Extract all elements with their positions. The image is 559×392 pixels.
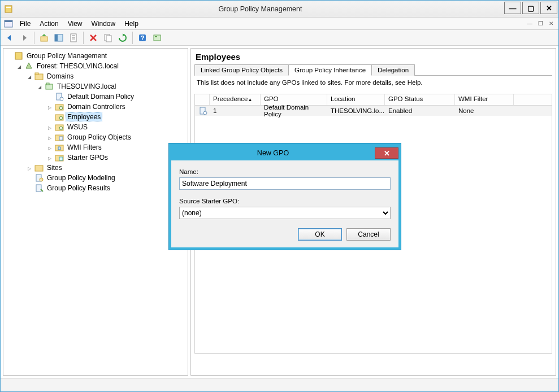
svg-point-25 <box>59 106 63 110</box>
ou-icon <box>55 102 64 111</box>
tree-wmi-label: WMI Filters <box>66 143 103 152</box>
ou-icon <box>55 112 64 121</box>
tree-domains-label: Domains <box>45 72 75 81</box>
tab-inheritance[interactable]: Group Policy Inheritance <box>288 64 372 76</box>
svg-rect-31 <box>59 137 63 140</box>
menu-window[interactable]: Window <box>87 19 120 29</box>
svg-point-29 <box>59 127 63 130</box>
cell-gpo: Default Domain Policy <box>261 103 327 118</box>
app-icon <box>4 5 13 14</box>
close-button[interactable]: ✕ <box>540 2 557 14</box>
tree-default-policy-label: Default Domain Policy <box>66 92 136 101</box>
mdi-close-icon[interactable]: ✕ <box>546 19 556 28</box>
menu-view[interactable]: View <box>63 19 87 29</box>
tree-domain[interactable]: THESOLVING.local <box>35 81 187 92</box>
ok-button[interactable]: OK <box>298 228 342 241</box>
sites-folder-icon <box>34 163 44 172</box>
tree-wsus[interactable]: WSUS <box>45 122 187 132</box>
refresh-button[interactable] <box>116 31 129 45</box>
gpo-folder-icon <box>55 133 64 142</box>
svg-rect-3 <box>5 20 12 22</box>
results-icon <box>34 184 44 193</box>
tab-delegation[interactable]: Delegation <box>371 64 415 76</box>
col-precedence[interactable]: Precedence▲ <box>210 94 261 105</box>
svg-rect-17 <box>15 53 22 59</box>
dialog-close-button[interactable]: ✕ <box>375 147 398 159</box>
grid-header: Precedence▲ GPO Location GPO Status WMI … <box>195 94 552 106</box>
maximize-button[interactable]: ▢ <box>522 2 539 14</box>
back-button[interactable] <box>3 31 16 45</box>
svg-point-27 <box>59 116 63 120</box>
svg-rect-34 <box>59 157 63 160</box>
menubar: File Action View Window Help — ❐ ✕ <box>1 18 558 30</box>
gp-settings-button[interactable] <box>150 31 164 45</box>
tree-modeling-label: Group Policy Modeling <box>45 173 117 182</box>
menu-action[interactable]: Action <box>35 19 63 29</box>
grid-row[interactable]: 1 Default Domain Policy THESOLVING.lo...… <box>195 106 552 116</box>
show-hide-tree-button[interactable] <box>52 31 66 45</box>
tree-root-label: Group Policy Management <box>25 51 109 60</box>
mdi-minimize-icon[interactable]: — <box>525 19 535 28</box>
new-gpo-dialog: New GPO ✕ Name: Source Starter GPO: (non… <box>168 143 401 250</box>
col-location[interactable]: Location <box>327 94 385 105</box>
cancel-button[interactable]: Cancel <box>346 228 391 241</box>
cell-precedence: 1 <box>210 107 261 115</box>
details-heading: Employees <box>196 52 551 62</box>
window-title: Group Policy Management <box>16 5 504 13</box>
tree-default-policy[interactable]: Default Domain Policy <box>45 92 187 102</box>
help-button[interactable]: ? <box>136 31 149 45</box>
dialog-titlebar[interactable]: New GPO ✕ <box>171 146 398 160</box>
svg-rect-12 <box>106 36 111 42</box>
starter-select[interactable]: (none) <box>179 207 391 219</box>
tree-forest[interactable]: Forest: THESOLVING.local <box>15 61 187 71</box>
wmi-icon <box>55 143 64 152</box>
tree-gpo-container[interactable]: Group Policy Objects <box>45 132 187 142</box>
starter-gpo-icon <box>55 153 64 162</box>
mdi-restore-icon[interactable]: ❐ <box>535 19 545 28</box>
tree-root[interactable]: Group Policy Management <box>5 51 187 61</box>
sort-asc-icon: ▲ <box>248 97 252 102</box>
tree-pane[interactable]: Group Policy Management Forest: THESOLVI… <box>3 48 188 376</box>
tree-employees[interactable]: Employees <box>45 112 187 122</box>
svg-rect-15 <box>154 35 161 41</box>
tree-results[interactable]: Group Policy Results <box>25 183 187 193</box>
starter-label: Source Starter GPO: <box>179 198 391 204</box>
forest-icon <box>24 62 33 71</box>
menu-help[interactable]: Help <box>120 19 143 29</box>
statusbar <box>1 378 558 391</box>
col-wmi[interactable]: WMI Filter <box>455 94 514 105</box>
delete-button[interactable] <box>86 31 100 45</box>
tree-sites[interactable]: Sites <box>25 163 187 173</box>
tab-linked-gpos[interactable]: Linked Group Policy Objects <box>194 64 289 76</box>
inheritance-note: This list does not include any GPOs link… <box>194 76 552 89</box>
ou-icon <box>55 123 64 132</box>
minimize-button[interactable]: — <box>504 2 521 14</box>
modeling-icon <box>34 173 44 182</box>
tree-wsus-label: WSUS <box>66 123 89 132</box>
svg-rect-38 <box>36 185 41 191</box>
name-input[interactable] <box>179 177 391 190</box>
svg-rect-1 <box>6 7 11 8</box>
tree-wmi[interactable]: WMI Filters <box>45 142 187 153</box>
up-button[interactable] <box>37 31 51 45</box>
tree-domains[interactable]: Domains <box>25 71 187 81</box>
tree-domain-controllers[interactable]: Domain Controllers <box>45 102 187 112</box>
tree-starter[interactable]: Starter GPOs <box>45 153 187 163</box>
svg-rect-7 <box>71 34 76 42</box>
toolbar: ? <box>1 30 558 46</box>
tree-modeling[interactable]: Group Policy Modeling <box>25 173 187 183</box>
name-label: Name: <box>179 168 391 175</box>
tree-gpo-container-label: Group Policy Objects <box>66 133 133 142</box>
cell-status: Enabled <box>385 107 455 115</box>
titlebar: Group Policy Management — ▢ ✕ <box>1 1 558 18</box>
col-status[interactable]: GPO Status <box>385 94 455 105</box>
properties-button[interactable] <box>67 31 80 45</box>
forward-button[interactable] <box>18 31 31 45</box>
svg-rect-6 <box>55 34 58 41</box>
gpo-link-icon <box>55 92 64 101</box>
svg-rect-35 <box>35 165 43 171</box>
svg-rect-0 <box>5 6 12 12</box>
tree-results-label: Group Policy Results <box>45 184 112 193</box>
menu-file[interactable]: File <box>15 19 35 29</box>
copy-button[interactable] <box>101 31 115 45</box>
